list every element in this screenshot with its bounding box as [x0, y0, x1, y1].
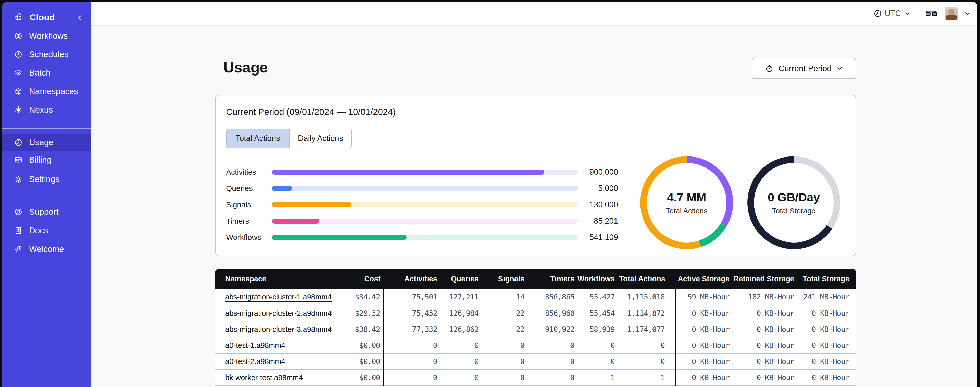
sidebar-item-label: Namespaces	[29, 86, 78, 96]
bar-fill	[272, 202, 352, 207]
bar-track	[272, 170, 578, 174]
donut-center-text: 0 GB/Day Total Storage	[744, 153, 843, 253]
actions-bar-chart: Activities900,000Queries5,000Signals130,…	[226, 170, 618, 240]
namespace-link[interactable]: abs-migration-cluster-2.a98mm4	[225, 309, 332, 317]
value-cell: 0 KB-Hour	[796, 305, 856, 321]
value-cell: 0 KB-Hour	[732, 305, 796, 321]
bar-value: 85,201	[585, 216, 618, 225]
sidebar-item-docs[interactable]: Docs	[2, 221, 91, 240]
value-cell: 1,115,018	[618, 289, 675, 305]
value-cell: 0 KB-Hour	[732, 337, 796, 353]
tab-total-actions[interactable]: Total Actions	[226, 129, 289, 147]
sidebar-item-billing[interactable]: Billing	[2, 150, 91, 169]
namespace-cell: a0-test-2.a98mm4	[215, 353, 305, 369]
value-cell: 0	[528, 369, 578, 385]
billing-card-icon	[14, 155, 23, 164]
sidebar-item-label: Support	[29, 207, 59, 217]
usage-bar-row: Activities900,000	[226, 170, 618, 174]
value-cell: $0.00	[305, 369, 383, 385]
sidebar-item-nexus[interactable]: Nexus	[2, 101, 91, 119]
value-cell: 1,174,077	[618, 321, 675, 337]
sidebar-item-settings[interactable]: Settings	[2, 170, 91, 189]
usage-bar-row: Queries5,000	[226, 186, 618, 191]
sidebar-divider	[2, 128, 91, 129]
namespace-link[interactable]: a0-test-1.a98mm4	[225, 341, 285, 349]
sidebar-item-support[interactable]: Support	[2, 203, 91, 221]
sidebar-collapse-icon[interactable]	[75, 13, 84, 23]
value-cell: 0 KB-Hour	[796, 321, 856, 337]
bar-category-label: Workflows	[226, 233, 272, 242]
sidebar-item-batch[interactable]: Batch	[2, 64, 91, 82]
account-menu-chevron-icon[interactable]	[964, 10, 971, 17]
sidebar-item-label: Docs	[29, 225, 48, 235]
value-cell: 75,452	[383, 305, 440, 321]
table-row: a0-test-1.a98mm4$0.000000000 KB-Hour0 KB…	[215, 337, 856, 353]
topbar-controls: UTC	[873, 2, 971, 25]
sidebar-item-label: Usage	[29, 138, 53, 147]
value-cell: $0.00	[305, 337, 383, 353]
value-cell: 856,865	[528, 289, 578, 305]
sidebar-brand-label: Cloud	[30, 12, 55, 22]
value-cell: 126,862	[440, 321, 482, 337]
timezone-selector[interactable]: UTC	[873, 9, 911, 18]
table-row: a0-test-2.a98mm4$0.000000000 KB-Hour0 KB…	[215, 353, 856, 369]
value-cell: 0	[440, 337, 482, 353]
value-cell: 0	[482, 353, 528, 369]
sidebar-item-schedules[interactable]: Schedules	[2, 45, 91, 64]
glasses-icon[interactable]	[926, 10, 937, 17]
tab-daily-actions[interactable]: Daily Actions	[289, 129, 352, 147]
bar-track	[272, 202, 578, 207]
app-window: Cloud Workflows Schedules Batch	[2, 2, 977, 387]
value-cell: 0	[528, 353, 578, 369]
sidebar-item-namespaces[interactable]: Namespaces	[2, 82, 91, 101]
value-cell: 0	[440, 369, 482, 385]
bar-category-label: Activities	[226, 168, 272, 176]
period-selector-label: Current Period	[778, 64, 832, 73]
column-header: Namespace	[215, 269, 305, 289]
usage-bar-row: Timers85,201	[226, 219, 618, 224]
usage-gauge-icon	[14, 138, 23, 147]
namespace-cell: abs-migration-cluster-1.a98mm4	[215, 289, 305, 305]
column-header: Cost	[305, 269, 383, 289]
namespace-link[interactable]: abs-migration-cluster-3.a98mm4	[225, 325, 332, 333]
bar-fill	[272, 186, 292, 191]
value-cell: 1,114,872	[618, 305, 675, 321]
total-actions-label: Total Actions	[666, 207, 708, 215]
value-cell: 59 MB-Hour	[675, 289, 732, 305]
value-cell: 0 KB-Hour	[732, 321, 796, 337]
column-header: Retained Storage	[732, 269, 796, 289]
total-storage-value: 0 GB/Day	[768, 190, 820, 204]
namespace-cell: a0-test-1.a98mm4	[215, 337, 305, 353]
value-cell: 0 KB-Hour	[675, 353, 732, 369]
sidebar-item-label: Workflows	[29, 31, 68, 41]
namespace-link[interactable]: abs-migration-cluster-1.a98mm4	[225, 293, 332, 301]
value-cell: 75,501	[383, 289, 440, 305]
value-cell: 0	[528, 337, 578, 353]
nexus-asterisk-icon	[14, 106, 23, 114]
table-row: bk-worker-test.a98mm4$0.000000110 KB-Hou…	[215, 369, 856, 385]
value-cell: 0	[482, 369, 528, 385]
chevron-down-icon	[836, 65, 843, 72]
column-header: Total Storage	[796, 269, 856, 289]
bar-track	[272, 219, 578, 224]
sidebar-item-label: Billing	[29, 155, 51, 165]
usage-dashboard: { "colors": { "backdrop": "#0B0B0E", "si…	[0, 0, 980, 387]
bar-value: 5,000	[585, 184, 618, 193]
value-cell: 0 KB-Hour	[796, 337, 856, 353]
period-selector-button[interactable]: Current Period	[752, 58, 856, 79]
namespace-link[interactable]: bk-worker-test.a98mm4	[225, 373, 303, 382]
sidebar-item-usage[interactable]: Usage	[2, 134, 91, 151]
usage-bar-row: Signals130,000	[226, 202, 618, 207]
column-header: Total Actions	[618, 269, 675, 289]
sidebar-item-welcome[interactable]: Welcome	[2, 240, 91, 258]
value-cell: 0 KB-Hour	[675, 369, 732, 385]
avatar[interactable]	[945, 7, 958, 20]
namespaces-cube-icon	[14, 87, 23, 96]
value-cell: 0	[383, 369, 440, 385]
namespace-usage-table: NamespaceCostActivitiesQueriesSignalsTim…	[215, 269, 856, 387]
bar-category-label: Queries	[226, 184, 272, 193]
sidebar: Cloud Workflows Schedules Batch	[2, 2, 91, 387]
namespace-link[interactable]: a0-test-2.a98mm4	[225, 357, 285, 366]
value-cell: 0 KB-Hour	[732, 369, 796, 385]
sidebar-item-workflows[interactable]: Workflows	[2, 27, 91, 45]
